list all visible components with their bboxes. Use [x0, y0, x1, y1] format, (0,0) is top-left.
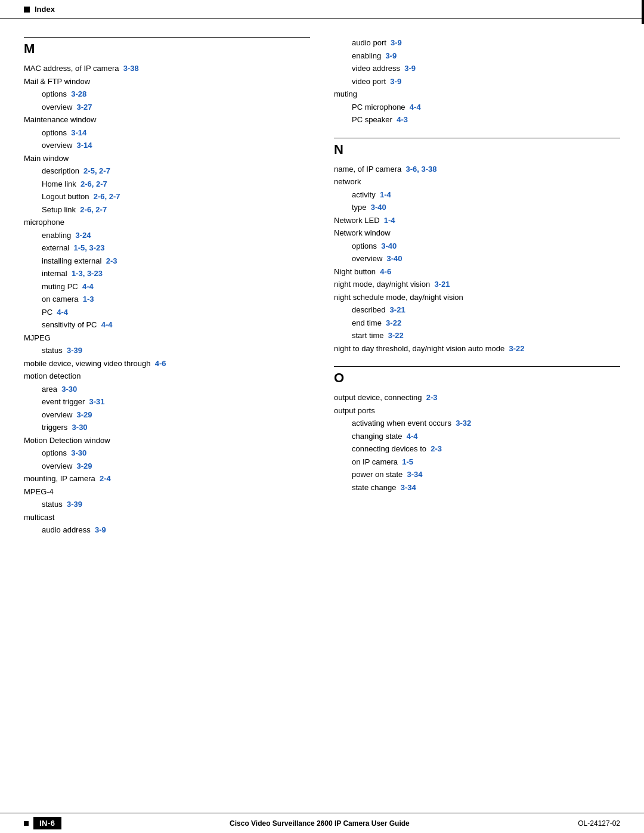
list-item: PC microphone 4-4	[352, 101, 620, 113]
list-item: Night button 4-6	[334, 266, 620, 278]
page-ref: 4-4	[82, 282, 94, 291]
page-ref: 2-5, 2-7	[83, 166, 110, 175]
list-item: power on state 3-34	[352, 469, 620, 481]
list-item: description 2-5, 2-7	[42, 165, 310, 177]
list-item: PC 4-4	[42, 306, 310, 318]
list-item: enabling 3-24	[42, 230, 310, 241]
page-ref: 3-30	[72, 423, 88, 432]
page-container: Index M MAC address, of IP camera 3-38 M…	[0, 0, 644, 833]
section-o-header: O	[334, 366, 620, 386]
list-item: options 3-14	[42, 127, 310, 139]
footer-center-text: Cisco Video Surveillance 2600 IP Camera …	[61, 819, 578, 828]
page-ref: 2-4	[100, 474, 111, 483]
list-item: end time 3-22	[352, 317, 620, 329]
list-item: internal 1-3, 3-23	[42, 268, 310, 280]
list-item: activity 1-4	[352, 189, 620, 201]
list-item: options 3-28	[42, 88, 310, 100]
footer-tab-label: IN-6	[33, 817, 61, 829]
page-ref: 3-24	[75, 231, 91, 240]
page-ref: 3-28	[71, 89, 86, 98]
list-item: connecting devices to 2-3	[352, 443, 620, 455]
page-ref: 3-40	[387, 254, 402, 263]
list-item: MAC address, of IP camera 3-38	[24, 63, 310, 75]
page-ref: 3-38	[123, 64, 139, 73]
page-ref: 3-6, 3-38	[405, 165, 436, 174]
content-area: M MAC address, of IP camera 3-38 Mail & …	[0, 19, 644, 573]
page-ref: 3-30	[61, 385, 77, 394]
list-item: video port 3-9	[352, 76, 620, 88]
list-item: on camera 1-3	[42, 293, 310, 305]
page-ref: 4-6	[155, 359, 166, 368]
footer: IN-6 Cisco Video Surveillance 2600 IP Ca…	[0, 813, 644, 833]
page-ref: 4-4	[101, 320, 113, 329]
page-ref: 2-3	[431, 444, 442, 453]
list-item: changing state 4-4	[352, 431, 620, 442]
page-ref: 3-29	[77, 410, 92, 419]
page-ref: 2-6, 2-7	[94, 192, 120, 201]
list-item: output ports	[334, 405, 620, 417]
col-left: M MAC address, of IP camera 3-38 Mail & …	[24, 31, 322, 537]
list-item: night schedule mode, day/night vision	[334, 292, 620, 304]
list-item: triggers 3-30	[42, 422, 310, 433]
list-item: sensitivity of PC 4-4	[42, 319, 310, 331]
list-item: Maintenance window	[24, 114, 310, 126]
list-item: Home link 2-6, 2-7	[42, 178, 310, 190]
list-item: options 3-40	[352, 240, 620, 252]
header-square-icon	[24, 7, 30, 13]
page-ref: 3-9	[95, 525, 106, 534]
page-ref: 3-40	[371, 203, 386, 212]
footer-right-text: OL-24127-02	[578, 819, 620, 828]
list-item: on IP camera 1-5	[352, 456, 620, 468]
header: Index	[0, 0, 644, 19]
list-item: Network window	[334, 227, 620, 239]
list-item: audio port 3-9	[352, 37, 620, 49]
section-o-letter: O	[334, 370, 344, 385]
col-right: audio port 3-9 enabling 3-9 video addres…	[322, 31, 620, 537]
list-item: external 1-5, 3-23	[42, 242, 310, 254]
page-ref: 1-4	[380, 190, 391, 199]
network-led-entry: Network LED 1-4	[334, 215, 620, 227]
list-item: audio address 3-9	[42, 524, 310, 536]
page-ref: 1-3, 3-23	[72, 269, 103, 278]
page-ref: 3-22	[386, 318, 401, 327]
page-ref: 1-5, 3-23	[73, 243, 104, 252]
page-ref: 3-9	[385, 51, 397, 60]
page-ref: 3-29	[77, 462, 92, 470]
header-title: Index	[35, 5, 55, 14]
page-ref: 4-4	[407, 432, 418, 441]
page-ref: 3-22	[388, 331, 404, 340]
list-item: night mode, day/night vision 3-21	[334, 278, 620, 290]
list-item: motion detection	[24, 370, 310, 382]
page-ref: 3-32	[456, 419, 471, 428]
list-item: multicast	[24, 512, 310, 524]
page-ref: 3-31	[89, 397, 105, 406]
page-ref: 4-4	[410, 103, 421, 112]
page-ref: 3-14	[71, 128, 86, 137]
page-ref: 4-4	[57, 308, 68, 317]
list-item: status 3-39	[42, 345, 310, 357]
page-ref: 3-39	[67, 346, 82, 355]
header-right-line	[642, 0, 644, 24]
page-ref: 3-30	[71, 448, 86, 457]
list-item: microphone	[24, 216, 310, 228]
list-item: enabling 3-9	[352, 50, 620, 62]
list-item: Main window	[24, 153, 310, 165]
list-item: described 3-21	[352, 304, 620, 316]
page-ref: 2-3	[106, 256, 117, 265]
list-item: state change 3-34	[352, 482, 620, 494]
page-ref: 3-39	[67, 500, 82, 509]
page-ref: 3-21	[390, 305, 405, 314]
list-item: status 3-39	[42, 498, 310, 510]
page-ref: 3-9	[391, 38, 402, 47]
page-ref: 2-6, 2-7	[80, 179, 107, 188]
footer-square-icon	[24, 821, 29, 826]
page-ref: 1-5	[402, 457, 413, 466]
list-item: overview 3-29	[42, 409, 310, 421]
list-item: overview 3-40	[352, 253, 620, 265]
page-ref: 3-14	[77, 141, 92, 150]
section-m-header: M	[24, 37, 310, 57]
page-ref: 3-34	[401, 483, 416, 492]
list-item: muting	[334, 88, 620, 100]
list-item: MJPEG	[24, 332, 310, 344]
section-n-header: N	[334, 138, 620, 157]
